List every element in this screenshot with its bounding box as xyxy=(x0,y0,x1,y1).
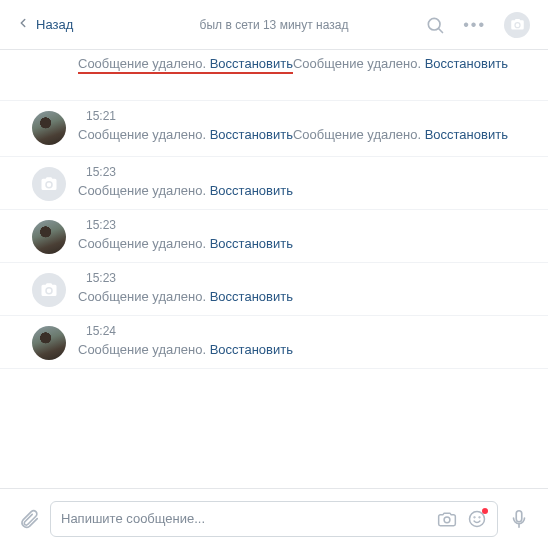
message-group: 15:21Сообщение удалено. ВосстановитьСооб… xyxy=(0,101,548,157)
message-body: 15:23Сообщение удалено. Восстановить xyxy=(78,165,548,201)
deleted-message-line: Сообщение удалено. Восстановить xyxy=(78,236,293,251)
svg-rect-6 xyxy=(516,510,522,521)
chevron-left-icon xyxy=(16,16,30,33)
avatar[interactable] xyxy=(32,220,66,254)
deleted-text: Сообщение удалено. xyxy=(78,236,210,251)
avatar[interactable] xyxy=(32,326,66,360)
highlight-underline xyxy=(78,72,293,74)
message-meta: 15:21 xyxy=(78,109,548,123)
deleted-text: Сообщение удалено. xyxy=(78,342,210,357)
svg-point-5 xyxy=(479,516,480,517)
restore-link[interactable]: Восстановить xyxy=(210,236,293,251)
deleted-text: Сообщение удалено. xyxy=(78,56,210,71)
restore-link[interactable]: Восстановить xyxy=(210,56,293,71)
restore-link[interactable]: Восстановить xyxy=(210,289,293,304)
message-input[interactable] xyxy=(61,511,427,526)
header-actions: ••• xyxy=(425,12,548,38)
message-body: 15:23Сообщение удалено. Восстановить xyxy=(78,218,548,254)
message-group: Сообщение удалено. ВосстановитьСообщение… xyxy=(0,50,548,101)
sticker-icon[interactable] xyxy=(467,509,487,529)
restore-link[interactable]: Восстановить xyxy=(210,342,293,357)
restore-link[interactable]: Восстановить xyxy=(425,127,508,142)
message-time: 15:21 xyxy=(86,109,116,123)
message-body: 15:24Сообщение удалено. Восстановить xyxy=(78,324,548,360)
mic-icon[interactable] xyxy=(508,508,530,530)
deleted-message-line: Сообщение удалено. Восстановить xyxy=(293,56,508,71)
restore-link[interactable]: Восстановить xyxy=(425,56,508,71)
camera-icon[interactable] xyxy=(437,509,457,529)
deleted-message-line: Сообщение удалено. Восстановить xyxy=(78,127,293,142)
svg-point-4 xyxy=(474,516,475,517)
attach-icon[interactable] xyxy=(18,508,40,530)
chat-header: Назад был в сети 13 минут назад ••• xyxy=(0,0,548,50)
message-time: 15:23 xyxy=(86,218,116,232)
svg-point-2 xyxy=(444,516,450,522)
deleted-message-line: Сообщение удалено. Восстановить xyxy=(293,127,508,142)
deleted-message-line: Сообщение удалено. Восстановить xyxy=(78,183,293,198)
message-group: 15:23Сообщение удалено. Восстановить xyxy=(0,157,548,210)
avatar-placeholder-icon[interactable] xyxy=(32,167,66,201)
restore-link[interactable]: Восстановить xyxy=(210,183,293,198)
restore-link[interactable]: Восстановить xyxy=(210,127,293,142)
header-camera-button[interactable] xyxy=(504,12,530,38)
message-body: 15:23Сообщение удалено. Восстановить xyxy=(78,271,548,307)
avatar-placeholder-icon[interactable] xyxy=(32,273,66,307)
back-button[interactable]: Назад xyxy=(0,16,73,33)
deleted-text: Сообщение удалено. xyxy=(293,56,425,71)
deleted-text: Сообщение удалено. xyxy=(78,183,210,198)
sticker-badge xyxy=(482,508,488,514)
deleted-message-line: Сообщение удалено. Восстановить xyxy=(78,342,293,357)
message-group: 15:23Сообщение удалено. Восстановить xyxy=(0,210,548,263)
message-body: Сообщение удалено. ВосстановитьСообщение… xyxy=(78,56,548,92)
more-icon[interactable]: ••• xyxy=(463,17,486,33)
message-input-wrap xyxy=(50,501,498,537)
composer xyxy=(0,488,548,548)
search-icon[interactable] xyxy=(425,15,445,35)
svg-line-1 xyxy=(439,28,443,32)
message-meta: 15:23 xyxy=(78,218,548,232)
deleted-message-line: Сообщение удалено. Восстановить xyxy=(78,289,293,304)
message-meta: 15:23 xyxy=(78,271,548,285)
message-body: 15:21Сообщение удалено. ВосстановитьСооб… xyxy=(78,109,548,148)
back-label: Назад xyxy=(36,17,73,32)
message-meta: 15:24 xyxy=(78,324,548,338)
message-meta: 15:23 xyxy=(78,165,548,179)
message-time: 15:23 xyxy=(86,165,116,179)
message-time: 15:23 xyxy=(86,271,116,285)
deleted-message-line: Сообщение удалено. Восстановить xyxy=(78,56,293,71)
message-group: 15:23Сообщение удалено. Восстановить xyxy=(0,263,548,316)
message-list: Сообщение удалено. ВосстановитьСообщение… xyxy=(0,50,548,488)
deleted-text: Сообщение удалено. xyxy=(293,127,425,142)
avatar[interactable] xyxy=(32,111,66,145)
message-group: 15:24Сообщение удалено. Восстановить xyxy=(0,316,548,369)
deleted-text: Сообщение удалено. xyxy=(78,127,210,142)
message-time: 15:24 xyxy=(86,324,116,338)
deleted-text: Сообщение удалено. xyxy=(78,289,210,304)
